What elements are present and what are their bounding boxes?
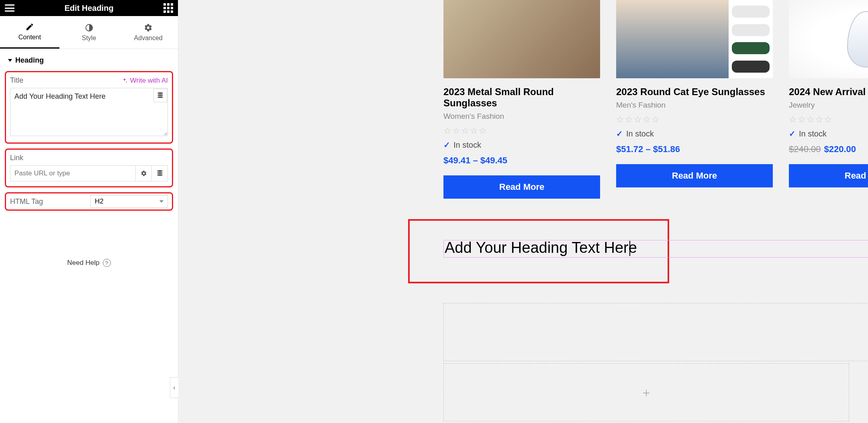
hamburger-menu-icon[interactable] [5, 4, 14, 12]
product-image[interactable] [443, 0, 600, 78]
check-icon: ✓ [616, 129, 623, 138]
pencil-icon [25, 22, 34, 31]
product-stock: ✓In stock [616, 129, 773, 138]
product-rating: ☆☆☆☆☆ [616, 114, 773, 125]
sparkle-icon [121, 77, 128, 84]
product-card: 2023 Metal Small Round Sunglasses Women'… [443, 0, 600, 199]
need-help-label: Need Help [67, 259, 99, 267]
text-cursor [629, 241, 630, 256]
panel-title: Edit Heading [64, 4, 113, 13]
tab-style[interactable]: Style [59, 16, 119, 49]
dynamic-tags-button[interactable] [153, 89, 167, 102]
product-title[interactable]: 2023 Metal Small Round Sunglasses [443, 86, 600, 109]
link-label: Link [10, 154, 23, 162]
product-category[interactable]: Jewelry [789, 101, 868, 110]
heading-editable-text[interactable]: Add Your Heading Text Here [445, 239, 637, 256]
need-help-link[interactable]: Need Help ? [0, 259, 178, 267]
product-stock: ✓In stock [789, 129, 868, 138]
tab-style-label: Style [82, 35, 96, 42]
fields-container: Title Write with AI Link [0, 68, 178, 219]
product-image[interactable] [789, 0, 868, 78]
html-tag-value: H2 [95, 197, 104, 205]
tab-advanced[interactable]: Advanced [118, 16, 178, 49]
editor-canvas: 2023 Metal Small Round Sunglasses Women'… [178, 0, 868, 423]
link-dynamic-button[interactable] [152, 165, 168, 181]
product-price: $49.41 – $49.45 [443, 155, 600, 166]
editor-tabs: Content Style Advanced [0, 16, 178, 49]
write-with-ai-button[interactable]: Write with AI [121, 77, 168, 85]
title-label: Title [10, 76, 23, 85]
product-row: 2023 Metal Small Round Sunglasses Women'… [443, 0, 868, 199]
chevron-left-icon: ‹ [173, 384, 175, 391]
database-icon [157, 92, 163, 99]
sidebar-header: Edit Heading [0, 0, 178, 16]
html-tag-select[interactable]: H2 [90, 195, 168, 208]
gear-icon [144, 23, 153, 32]
product-rating: ☆☆☆☆☆ [443, 126, 600, 136]
product-stock: ✓In stock [443, 140, 600, 150]
editor-sidebar: Edit Heading Content Style Advanced Head… [0, 0, 178, 423]
empty-column-dropzone[interactable]: ＋ [443, 363, 849, 421]
html-tag-field-group: HTML Tag H2 [5, 192, 173, 211]
widgets-grid-icon[interactable] [163, 3, 173, 13]
product-title[interactable]: 2023 Round Cat Eye Sunglasses [616, 86, 773, 98]
product-category[interactable]: Men's Fashion [616, 101, 773, 110]
help-icon: ? [103, 259, 111, 267]
tab-content-label: Content [18, 34, 41, 41]
title-textarea[interactable] [10, 88, 168, 136]
empty-section-dropzone[interactable]: ＋ [443, 303, 868, 361]
link-options-button[interactable] [136, 165, 152, 181]
tab-advanced-label: Advanced [134, 35, 163, 42]
product-price: $51.72 – $51.86 [616, 144, 773, 155]
plus-icon[interactable]: ＋ [640, 384, 652, 401]
product-card: 2023 Round Cat Eye Sunglasses Men's Fash… [616, 0, 773, 199]
section-heading: Heading [0, 49, 178, 68]
database-icon [157, 170, 163, 177]
product-price: $240.00$220.00 [789, 144, 868, 155]
product-image[interactable] [616, 0, 773, 78]
title-field-group: Title Write with AI [5, 71, 173, 144]
chevron-down-icon [159, 200, 163, 203]
html-tag-label: HTML Tag [10, 197, 90, 206]
write-with-ai-label: Write with AI [130, 77, 168, 85]
link-url-input[interactable] [10, 165, 136, 181]
check-icon: ✓ [443, 140, 450, 150]
gear-icon [141, 170, 147, 177]
product-category[interactable]: Women's Fashion [443, 112, 600, 121]
section-heading-label: Heading [15, 56, 44, 65]
contrast-icon [85, 23, 94, 32]
tab-content[interactable]: Content [0, 16, 59, 49]
product-title[interactable]: 2024 New Arrival Whi [789, 86, 868, 98]
caret-down-icon [8, 59, 12, 62]
link-field-group: Link [5, 148, 173, 187]
section-toggle-heading[interactable]: Heading [8, 56, 170, 65]
check-icon: ✓ [789, 129, 796, 138]
product-rating: ☆☆☆☆☆ [789, 114, 868, 125]
product-card: 2024 New Arrival Whi Jewelry ☆☆☆☆☆ ✓In s… [789, 0, 868, 199]
read-more-button[interactable]: Read More [789, 164, 868, 187]
read-more-button[interactable]: Read More [443, 175, 600, 199]
read-more-button[interactable]: Read More [616, 164, 773, 187]
collapse-panel-button[interactable]: ‹ [170, 377, 179, 398]
